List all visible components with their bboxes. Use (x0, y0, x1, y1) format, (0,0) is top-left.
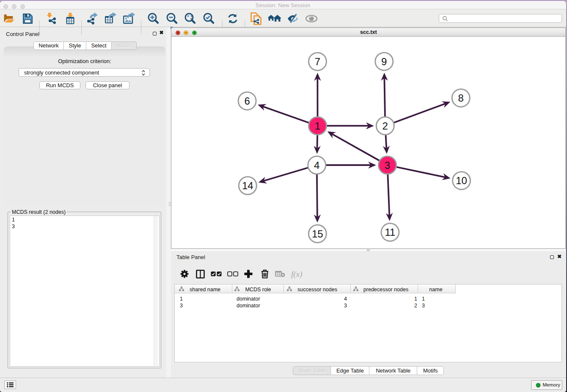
svg-text:3: 3 (385, 160, 390, 171)
svg-text:2: 2 (383, 120, 388, 132)
svg-text:1: 1 (315, 120, 320, 132)
svg-text:15: 15 (312, 228, 323, 240)
svg-text:4: 4 (314, 160, 319, 171)
svg-text:9: 9 (381, 56, 387, 67)
svg-text:8: 8 (458, 92, 464, 104)
svg-text:6: 6 (245, 95, 250, 107)
svg-text:11: 11 (385, 226, 396, 238)
svg-text:10: 10 (456, 175, 468, 186)
svg-text:7: 7 (315, 56, 320, 67)
svg-text:14: 14 (242, 180, 253, 191)
